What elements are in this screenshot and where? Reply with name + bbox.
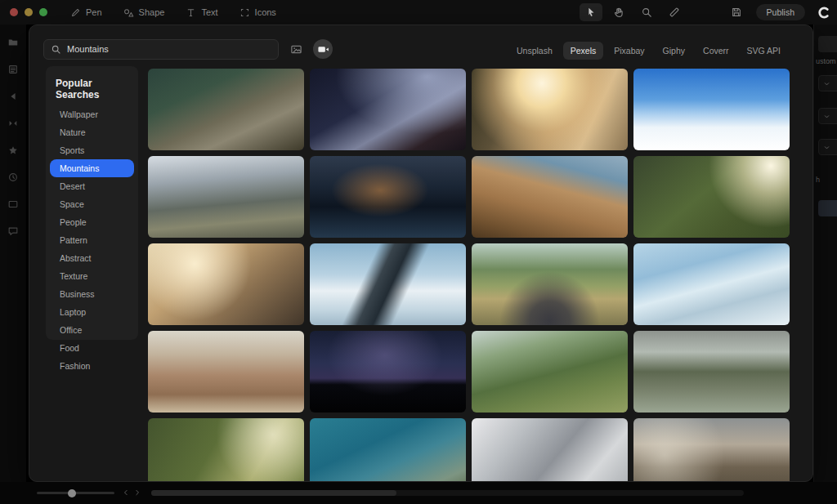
horizontal-scrollbar-thumb[interactable] [151, 490, 396, 496]
dropdown-fragment[interactable] [818, 75, 837, 91]
sidebar-item-space[interactable]: Space [50, 195, 134, 213]
sidebar-item-fashion[interactable]: Fashion [50, 357, 134, 375]
sidebar-item-abstract[interactable]: Abstract [50, 249, 134, 267]
rail-button-star[interactable] [5, 142, 21, 158]
menu-item-shape[interactable]: Shape [123, 7, 165, 18]
result-photo-glacial-lake-valley[interactable] [633, 331, 790, 413]
photo-mode-button[interactable] [286, 39, 306, 59]
sidebar-item-wallpaper[interactable]: Wallpaper [50, 105, 134, 123]
bottom-bar [0, 482, 837, 504]
top-right-tools: Publish [575, 3, 830, 21]
app-logo [817, 6, 830, 20]
result-photo-spire-above-clouds[interactable] [310, 243, 466, 325]
rail-button-play[interactable] [5, 88, 21, 105]
page-nav-chevron-left-button[interactable] [121, 488, 131, 497]
rail-button-frame[interactable] [5, 196, 21, 212]
sidebar-item-desert[interactable]: Desert [50, 177, 134, 195]
media-type-toggle [279, 39, 333, 59]
menu-item-label: Shape [139, 7, 165, 17]
result-photo-golden-reeds[interactable] [148, 243, 304, 325]
rail-button-comment[interactable] [5, 223, 21, 239]
rail-button-library[interactable] [5, 61, 21, 78]
search-box[interactable] [43, 39, 279, 60]
text-icon [186, 7, 196, 18]
pen-icon [70, 7, 81, 18]
popular-searches-sidebar: Popular Searches WallpaperNatureSportsMo… [46, 66, 138, 340]
save-button[interactable] [725, 3, 748, 21]
chevron-down-icon [822, 79, 831, 88]
cursor-tool-button[interactable] [580, 3, 602, 21]
transition-icon [7, 118, 19, 129]
source-tabs: UnsplashPexelsPixabayGiphyCoverrSVG API [509, 42, 788, 60]
hand-tool-button[interactable] [607, 3, 630, 21]
minimize-window-button[interactable] [25, 8, 33, 16]
source-tab-svg-api[interactable]: SVG API [740, 42, 788, 60]
sidebar-item-laptop[interactable]: Laptop [50, 303, 134, 321]
result-photo-sunlit-green-valley[interactable] [633, 156, 790, 238]
sidebar-item-nature[interactable]: Nature [50, 123, 134, 141]
rail-button-clock[interactable] [5, 169, 21, 185]
source-tab-unsplash[interactable]: Unsplash [509, 42, 560, 60]
right-properties-panel-sliver: ustom h [813, 25, 837, 482]
source-tab-pixabay[interactable]: Pixabay [606, 42, 651, 60]
result-photo-milky-way[interactable] [310, 331, 466, 413]
result-photo-green-rocky-ridge[interactable] [148, 69, 304, 150]
traffic-lights [10, 8, 47, 16]
sidebar-item-business[interactable]: Business [50, 285, 134, 303]
comment-icon [7, 225, 19, 237]
top-toolbar: PenShapeTextIcons Publish [0, 0, 837, 25]
video-mode-button[interactable] [313, 39, 333, 59]
sidebar-item-pattern[interactable]: Pattern [50, 231, 134, 249]
result-photo-boulder-beach[interactable] [148, 331, 304, 413]
result-photo-green-ridge-trail[interactable] [472, 331, 628, 413]
close-window-button[interactable] [10, 8, 18, 16]
source-tab-coverr[interactable]: Coverr [696, 42, 736, 60]
frame-icon [7, 198, 19, 210]
ruler-tool-button[interactable] [663, 3, 686, 21]
tool-menu: PenShapeTextIcons [70, 7, 276, 18]
sidebar-item-people[interactable]: People [50, 213, 134, 231]
dropdown-fragment[interactable] [818, 139, 837, 155]
panel-fragment-box [818, 36, 837, 52]
sidebar-list: WallpaperNatureSportsMountainsDesertSpac… [46, 105, 138, 375]
rail-button-transition[interactable] [5, 115, 21, 132]
shape-icon [123, 7, 134, 18]
publish-button[interactable]: Publish [756, 4, 805, 20]
menu-item-text[interactable]: Text [186, 7, 217, 18]
zoom-slider[interactable] [37, 492, 114, 494]
menu-item-label: Pen [86, 7, 102, 17]
search-input[interactable] [67, 44, 263, 54]
source-tab-giphy[interactable]: Giphy [656, 42, 692, 60]
sidebar-item-food[interactable]: Food [50, 339, 134, 357]
search-tool-button[interactable] [635, 3, 658, 21]
panel-fragment-button[interactable] [818, 200, 837, 216]
result-photo-glacier-valley[interactable] [148, 156, 304, 238]
dropdown-fragment[interactable] [818, 108, 837, 124]
result-photo-cliff-road-lake[interactable] [472, 156, 628, 238]
source-tab-pexels[interactable]: Pexels [563, 42, 604, 60]
result-photo-starry-snow-peak[interactable] [310, 69, 466, 150]
save-icon [731, 7, 742, 18]
zoom-window-button[interactable] [39, 8, 47, 16]
result-photo-sunlit-forest[interactable] [148, 418, 304, 482]
result-photo-sunrise-mist-lake[interactable] [472, 69, 628, 150]
panel-fragment-label: ustom [816, 57, 836, 65]
page-nav-chevron-right-button[interactable] [132, 488, 142, 497]
result-photo-snow-slopes[interactable] [633, 243, 790, 325]
result-photo-misty-rock-spire[interactable] [633, 418, 790, 482]
sidebar-item-sports[interactable]: Sports [50, 141, 134, 159]
result-photo-feet-over-village[interactable] [472, 243, 628, 325]
menu-item-icons[interactable]: Icons [239, 7, 276, 18]
sidebar-item-mountains[interactable]: Mountains [50, 159, 134, 177]
result-photo-dusk-fjord[interactable] [310, 156, 466, 238]
menu-item-pen[interactable]: Pen [70, 7, 102, 18]
rail-button-folder[interactable] [5, 34, 21, 51]
result-photo-alps-over-clouds[interactable] [633, 69, 790, 150]
result-photo-coast-lighthouse[interactable] [310, 418, 466, 482]
result-photo-snowy-river-aerial[interactable] [472, 418, 628, 482]
zoom-slider-handle[interactable] [68, 489, 76, 497]
sidebar-item-texture[interactable]: Texture [50, 267, 134, 285]
horizontal-scrollbar[interactable] [151, 490, 744, 496]
sidebar-item-office[interactable]: Office [50, 321, 134, 339]
menu-item-label: Icons [255, 7, 276, 17]
